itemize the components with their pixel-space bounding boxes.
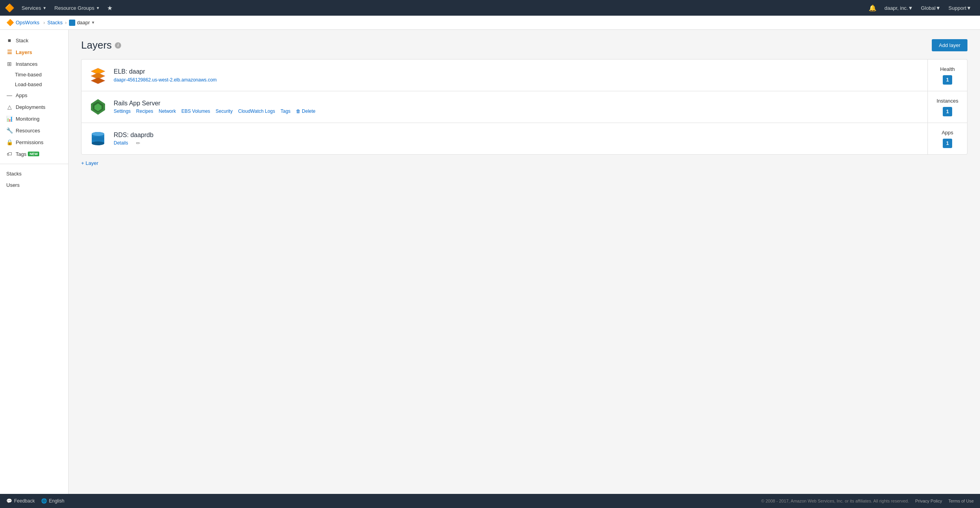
- monitoring-icon: 📊: [6, 116, 13, 122]
- aws-logo: 🔶: [5, 3, 15, 13]
- sidebar-item-resources[interactable]: 🔧 Resources: [0, 125, 68, 136]
- language-label: English: [49, 498, 64, 504]
- user-menu[interactable]: daapr, inc. ▼: [880, 0, 917, 16]
- layer-stat-label-elb: Health: [940, 66, 955, 72]
- sidebar-load-based-label: Load-based: [15, 81, 42, 87]
- rails-ebs-volumes-link[interactable]: EBS Volumes: [181, 108, 210, 114]
- current-stack[interactable]: daapr ▼: [69, 20, 95, 26]
- sidebar-tags-label: Tags: [16, 151, 26, 157]
- layer-links-rails: Settings Recipes Network EBS Volumes Sec…: [114, 108, 920, 114]
- rails-delete-link[interactable]: 🗑 Delete: [296, 108, 316, 114]
- sidebar-item-permissions[interactable]: 🔒 Permissions: [0, 136, 68, 148]
- feedback-label: Feedback: [14, 498, 35, 504]
- layer-links-rds: Details ✏: [114, 140, 920, 146]
- add-layer-link[interactable]: + Layer: [81, 160, 967, 166]
- sidebar-divider: [0, 164, 68, 164]
- footer: 💬 Feedback 🌐 English © 2008 - 2017, Amaz…: [0, 494, 980, 508]
- resource-groups-label: Resource Groups: [54, 5, 94, 11]
- sidebar-item-layers[interactable]: ☰ Layers: [0, 46, 68, 58]
- deployments-icon: △: [6, 104, 13, 110]
- rails-cloudwatch-link[interactable]: CloudWatch Logs: [238, 108, 275, 114]
- language-selector[interactable]: 🌐 English: [41, 498, 64, 504]
- sidebar: ■ Stack ☰ Layers ⊞ Instances Time-based …: [0, 30, 69, 494]
- permissions-icon: 🔒: [6, 139, 13, 145]
- layer-name-elb: ELB: daapr: [114, 68, 920, 75]
- layer-icon-rds: [89, 129, 107, 148]
- sidebar-item-apps[interactable]: — Apps: [0, 89, 68, 101]
- region-label: Global: [921, 5, 936, 11]
- layers-icon: ☰: [6, 49, 13, 55]
- resource-groups-caret: ▼: [96, 6, 100, 10]
- page-header: Layers i Add layer: [81, 39, 967, 51]
- tags-new-badge: NEW: [28, 152, 39, 156]
- layer-stat-badge-rds: 1: [943, 139, 952, 148]
- trash-icon: 🗑: [296, 108, 301, 114]
- layer-stat-rails: Instances 1: [928, 91, 967, 123]
- resource-groups-menu[interactable]: Resource Groups ▼: [51, 0, 104, 16]
- sidebar-sub-load-based[interactable]: Load-based: [0, 80, 68, 89]
- sidebar-item-monitoring[interactable]: 📊 Monitoring: [0, 113, 68, 125]
- layer-icon-rails: [89, 98, 107, 116]
- top-nav: 🔶 Services ▼ Resource Groups ▼ ★ 🔔 daapr…: [0, 0, 980, 16]
- sidebar-apps-label: Apps: [16, 92, 27, 98]
- layer-icon-elb: [89, 66, 107, 85]
- favorites-star-icon[interactable]: ★: [104, 4, 116, 12]
- services-menu[interactable]: Services ▼: [18, 0, 51, 16]
- layer-main-rds: RDS: daaprdb Details ✏: [82, 123, 928, 154]
- add-layer-button[interactable]: Add layer: [932, 39, 967, 51]
- layer-main-rails: Rails App Server Settings Recipes Networ…: [82, 91, 928, 123]
- breadcrumb-sep-1: ›: [43, 20, 45, 25]
- rds-details-link[interactable]: Details: [114, 140, 128, 146]
- sidebar-item-users[interactable]: Users: [0, 179, 68, 191]
- stacks-link[interactable]: Stacks: [47, 20, 63, 25]
- sidebar-item-stacks[interactable]: Stacks: [0, 168, 68, 179]
- sidebar-item-stack[interactable]: ■ Stack: [0, 34, 68, 46]
- rails-network-link[interactable]: Network: [159, 108, 176, 114]
- sidebar-users-label: Users: [6, 182, 20, 188]
- stack-caret: ▼: [91, 20, 95, 25]
- feedback-icon: 💬: [6, 498, 12, 504]
- sidebar-sub-time-based[interactable]: Time-based: [0, 70, 68, 80]
- layers-list: ELB: daapr daapr-456129862.us-west-2.elb…: [81, 59, 967, 155]
- privacy-policy-link[interactable]: Privacy Policy: [915, 499, 942, 503]
- layer-url-elb[interactable]: daapr-456129862.us-west-2.elb.amazonaws.…: [114, 77, 217, 83]
- region-caret: ▼: [936, 5, 941, 11]
- notifications-bell-icon[interactable]: 🔔: [865, 4, 880, 12]
- opsworks-link[interactable]: OpsWorks: [16, 20, 39, 25]
- current-stack-label: daapr: [77, 20, 90, 25]
- terms-of-use-link[interactable]: Terms of Use: [948, 499, 974, 503]
- rails-tags-link[interactable]: Tags: [281, 108, 290, 114]
- rails-recipes-link[interactable]: Recipes: [136, 108, 153, 114]
- footer-right: © 2008 - 2017, Amazon Web Services, Inc.…: [761, 499, 974, 503]
- tags-icon: 🏷: [6, 151, 13, 157]
- sidebar-item-deployments[interactable]: △ Deployments: [0, 101, 68, 113]
- layer-info-elb: ELB: daapr daapr-456129862.us-west-2.elb…: [114, 68, 920, 83]
- sidebar-item-instances[interactable]: ⊞ Instances: [0, 58, 68, 70]
- sidebar-time-based-label: Time-based: [15, 72, 42, 78]
- page-title: Layers: [81, 39, 112, 51]
- support-menu[interactable]: Support ▼: [945, 0, 975, 16]
- copyright-text: © 2008 - 2017, Amazon Web Services, Inc.…: [761, 499, 909, 503]
- sidebar-item-tags[interactable]: 🏷 Tags NEW: [0, 148, 68, 160]
- sidebar-monitoring-label: Monitoring: [16, 116, 40, 122]
- layer-stat-badge-rails: 1: [943, 107, 952, 116]
- rds-edit-pencil-icon[interactable]: ✏: [136, 140, 140, 146]
- opsworks-logo: 🔶 OpsWorks: [6, 19, 39, 26]
- layer-stat-label-rails: Instances: [936, 98, 958, 104]
- info-icon[interactable]: i: [115, 42, 121, 49]
- sidebar-layers-label: Layers: [16, 49, 32, 55]
- elb-icon: [89, 67, 107, 84]
- sidebar-stacks-label: Stacks: [6, 171, 22, 177]
- region-menu[interactable]: Global ▼: [917, 0, 944, 16]
- layer-name-rails: Rails App Server: [114, 100, 920, 107]
- globe-icon: 🌐: [41, 498, 47, 504]
- layer-stat-label-rds: Apps: [942, 130, 953, 136]
- feedback-button[interactable]: 💬 Feedback: [6, 498, 35, 504]
- rds-icon: [89, 130, 107, 147]
- rails-security-link[interactable]: Security: [216, 108, 232, 114]
- svg-point-8: [92, 141, 104, 145]
- rails-settings-link[interactable]: Settings: [114, 108, 131, 114]
- layer-info-rds: RDS: daaprdb Details ✏: [114, 132, 920, 146]
- services-label: Services: [22, 5, 41, 11]
- services-caret: ▼: [43, 6, 47, 10]
